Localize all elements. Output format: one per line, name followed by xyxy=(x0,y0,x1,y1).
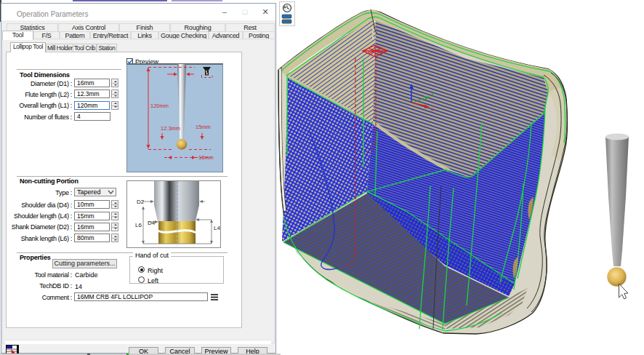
svg-text:15mm: 15mm xyxy=(196,124,211,130)
svg-text:120mm: 120mm xyxy=(150,103,169,109)
svg-text:L4: L4 xyxy=(214,225,220,231)
svg-text:x: x xyxy=(431,107,434,112)
svg-text:L6: L6 xyxy=(135,222,142,228)
svg-text:D4: D4 xyxy=(148,220,156,226)
svg-text:D2: D2 xyxy=(137,199,145,205)
svg-text:12.3mm: 12.3mm xyxy=(161,125,180,132)
svg-text:16mm: 16mm xyxy=(198,154,214,161)
svg-text:y: y xyxy=(431,91,434,97)
